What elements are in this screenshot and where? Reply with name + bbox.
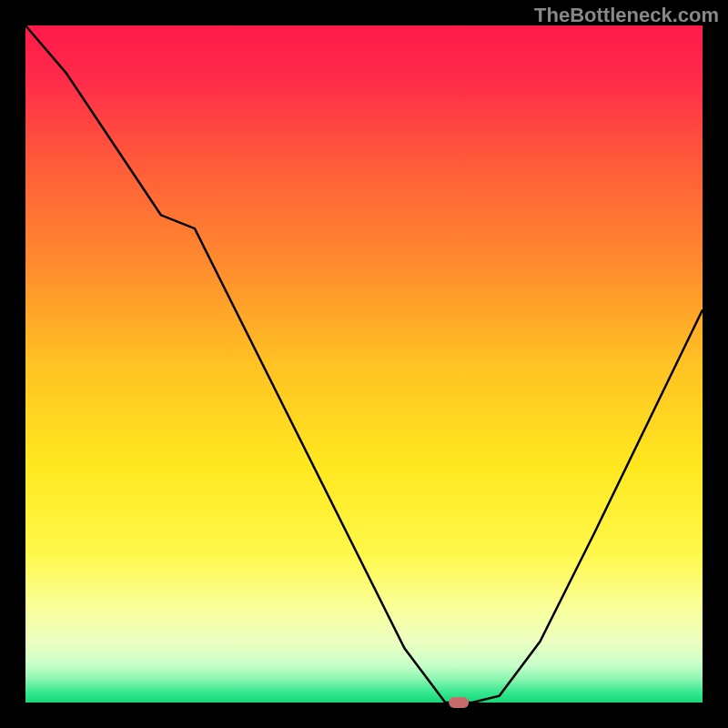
optimal-marker — [449, 697, 469, 708]
bottleneck-chart — [0, 0, 728, 728]
plot-background — [25, 25, 703, 703]
watermark-text: TheBottleneck.com — [534, 4, 719, 27]
